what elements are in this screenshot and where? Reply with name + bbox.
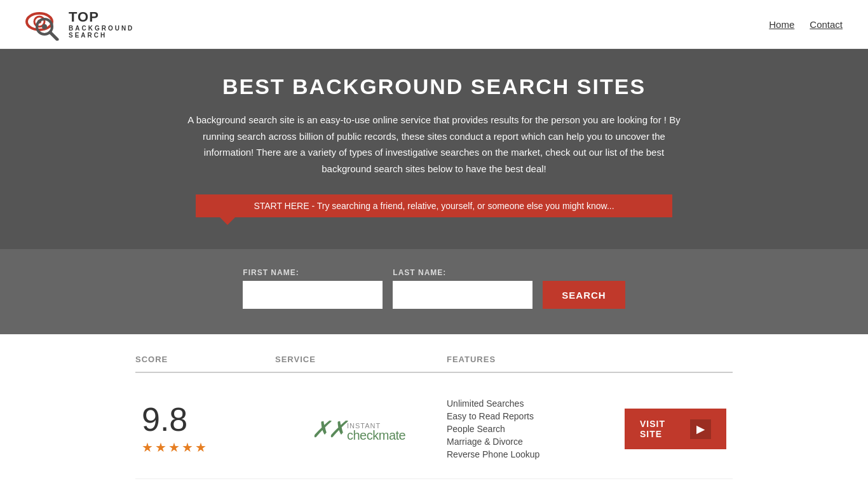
svg-text:✗: ✗ [328,416,348,442]
results-table: SCORE SERVICE FEATURES 9.8 ★ ★ ★ ★ ★ ✗ ✗ [123,334,745,488]
feature-1-1: Unlimited Searches [447,398,618,409]
first-name-label: FIRST NAME: [243,268,383,277]
logo-tagline: BACKGROUNDSEARCH [69,25,134,39]
hero-title: BEST BACKGROUND SEARCH SITES [13,74,855,99]
first-name-input[interactable] [243,281,383,309]
logo: TOP BACKGROUNDSEARCH [25,8,134,41]
checkmate-logo: ✗ ✗ INSTANT checkmate [310,412,412,447]
feature-1-3: People Search [447,424,618,434]
feature-1-2: Easy to Read Reports [447,411,618,421]
last-name-input[interactable] [393,281,532,309]
col-action [618,355,733,364]
table-header: SCORE SERVICE FEATURES [135,347,733,373]
star-4: ★ [182,440,193,455]
search-form-area: FIRST NAME: LAST NAME: SEARCH [0,249,868,334]
logo-text: TOP BACKGROUNDSEARCH [69,10,134,39]
col-score: SCORE [135,355,275,364]
last-name-group: LAST NAME: [393,268,532,309]
main-nav: Home Contact [769,19,843,30]
svg-point-5 [42,24,47,29]
features-cell-1: Unlimited Searches Easy to Read Reports … [447,398,618,459]
visit-cell-1: VISIT SITE ▶ [618,409,733,449]
search-form: FIRST NAME: LAST NAME: SEARCH [13,268,855,309]
table-row: 9.8 ★ ★ ★ ★ ★ ✗ ✗ INSTANT checkmate [135,379,733,479]
hero-section: BEST BACKGROUND SEARCH SITES A backgroun… [0,49,868,249]
hero-description: A background search site is an easy-to-u… [186,112,682,177]
feature-1-4: Marriage & Divorce [447,437,618,447]
score-number-1: 9.8 [142,403,187,436]
logo-icon [25,8,65,41]
star-2: ★ [155,440,166,455]
svg-text:checkmate: checkmate [347,428,406,442]
service-cell-1: ✗ ✗ INSTANT checkmate [275,412,447,447]
feature-1-5: Reverse Phone Lookup [447,449,618,459]
svg-line-4 [50,32,57,39]
visit-button-1[interactable]: VISIT SITE ▶ [625,409,726,449]
visit-arrow-1: ▶ [690,419,711,439]
header: TOP BACKGROUNDSEARCH Home Contact [0,0,868,49]
nav-contact[interactable]: Contact [810,19,843,30]
nav-home[interactable]: Home [769,19,794,30]
logo-brand: TOP [69,10,134,25]
table-row: 9.4 ★ ★ ★ ★ ★ PeopleLooker Accurate and … [135,479,733,488]
star-1: ★ [142,440,153,455]
search-button[interactable]: SEARCH [543,281,625,309]
col-service: SERVICE [275,355,447,364]
col-features: FEATURES [447,355,618,364]
score-cell-1: 9.8 ★ ★ ★ ★ ★ [135,403,275,455]
star-3: ★ [168,440,180,455]
visit-label-1: VISIT SITE [640,419,684,439]
checkmate-logo-svg: ✗ ✗ INSTANT checkmate [310,412,412,447]
callout-banner: START HERE - Try searching a friend, rel… [196,194,672,217]
star-5: ★ [195,440,207,455]
last-name-label: LAST NAME: [393,268,532,277]
first-name-group: FIRST NAME: [243,268,383,309]
stars-1: ★ ★ ★ ★ ★ [142,440,207,455]
